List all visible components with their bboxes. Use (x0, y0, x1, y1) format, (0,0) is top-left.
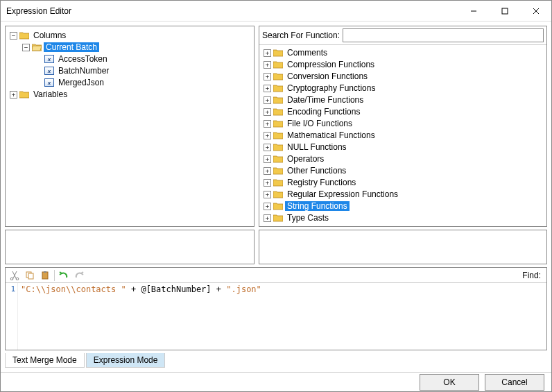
minimize-button[interactable] (458, 1, 489, 21)
expander[interactable]: − (10, 32, 17, 40)
tree-node[interactable]: xBatchNumber (7, 65, 252, 76)
variable-icon: x (44, 67, 54, 75)
tree-node[interactable]: + Variables (7, 89, 252, 100)
tree-node[interactable]: + NULL Functions (259, 142, 546, 153)
folder-icon (273, 84, 283, 92)
tree-node-label[interactable]: Conversion Functions (285, 71, 370, 81)
tree-node-label[interactable]: String Functions (285, 201, 350, 211)
tree-node[interactable]: + Conversion Functions (259, 71, 546, 82)
tree-node-label[interactable]: MergedJson (56, 78, 106, 87)
expander[interactable]: + (264, 214, 271, 222)
expander[interactable]: + (264, 155, 271, 163)
tree-node-label[interactable]: Regular Expression Functions (285, 189, 400, 199)
tree-node-label[interactable]: Operators (285, 154, 326, 164)
copy-button[interactable] (24, 269, 36, 282)
tree-node-label[interactable]: Variables (31, 90, 69, 99)
tree-node-label[interactable]: Type Casts (285, 213, 331, 223)
tree-node[interactable]: + Comments (259, 47, 546, 58)
expander[interactable]: + (264, 167, 271, 175)
folder-icon (273, 202, 283, 210)
folder-icon (273, 108, 283, 116)
folder-icon (273, 167, 283, 175)
expander[interactable]: + (264, 85, 271, 92)
tree-node[interactable]: + Regular Expression Functions (259, 189, 546, 200)
tree-node-label[interactable]: Other Functions (285, 166, 348, 176)
tree-node-label[interactable]: Encoding Functions (285, 107, 362, 117)
ok-button[interactable]: OK (420, 374, 479, 391)
tree-node[interactable]: + Operators (259, 153, 546, 164)
search-label: Search For Function: (262, 31, 340, 40)
folder-icon (273, 72, 283, 80)
line-gutter: 1 (6, 283, 18, 350)
cut-button[interactable] (8, 269, 21, 282)
cancel-button[interactable]: Cancel (485, 374, 544, 391)
tree-node-label[interactable]: Compression Functions (285, 60, 377, 69)
expander[interactable]: − (22, 44, 30, 51)
svg-rect-1 (502, 8, 508, 14)
expander[interactable]: + (264, 132, 271, 139)
undo-button[interactable] (58, 269, 70, 282)
expander[interactable]: + (264, 108, 271, 116)
tab-expression-mode[interactable]: Expression Mode (86, 353, 166, 368)
expander[interactable]: + (264, 179, 271, 187)
tree-node-label[interactable]: NULL Functions (285, 142, 349, 152)
tree-node-label[interactable]: Registry Functions (285, 178, 358, 187)
tree-node-label[interactable]: Cryptography Functions (285, 83, 377, 93)
tree-node[interactable]: + Other Functions (259, 165, 546, 176)
tree-node[interactable]: xAccessToken (7, 53, 252, 65)
expander[interactable]: + (264, 73, 271, 80)
tree-node-label[interactable]: Date/Time Functions (285, 95, 365, 105)
tree-node-label[interactable]: BatchNumber (56, 66, 111, 76)
tree-node[interactable]: + Type Casts (259, 212, 546, 223)
tree-node[interactable]: − Current Batch (7, 42, 252, 53)
expander[interactable]: + (264, 49, 271, 57)
tree-node-label[interactable]: Current Batch (44, 42, 99, 52)
folder-icon (19, 31, 29, 40)
tree-node[interactable]: + Encoding Functions (259, 106, 546, 117)
expander[interactable]: + (264, 120, 271, 128)
maximize-button[interactable] (489, 1, 520, 21)
tree-node[interactable]: + Cryptography Functions (259, 83, 546, 94)
paste-button[interactable] (39, 269, 51, 282)
tree-node[interactable]: + File I/O Functions (259, 118, 546, 129)
tree-node-label[interactable]: AccessToken (56, 54, 110, 64)
search-input[interactable] (343, 28, 544, 42)
window-title: Expression Editor (6, 6, 458, 16)
tree-node[interactable]: + Registry Functions (259, 177, 546, 188)
close-button[interactable] (520, 1, 551, 21)
tree-node[interactable]: xMergedJson (7, 77, 252, 88)
tab-text-merge-mode[interactable]: Text Merge Mode (5, 353, 85, 368)
expander[interactable]: + (264, 144, 271, 151)
expander[interactable]: + (264, 203, 271, 210)
folder-icon (273, 60, 283, 69)
folder-icon (273, 178, 283, 187)
folder-icon (273, 49, 283, 57)
svg-rect-7 (28, 273, 33, 279)
tree-node-label[interactable]: Mathematical Functions (285, 130, 377, 140)
tree-node[interactable]: + Compression Functions (259, 59, 546, 70)
tree-node[interactable]: − Columns (7, 30, 252, 41)
expander[interactable]: + (264, 191, 271, 198)
code-text[interactable]: "C:\\json\\contacts " + @[BatchNumber] +… (18, 283, 546, 350)
folder-icon (273, 155, 283, 163)
functions-panel: Search For Function: + Comments+ Compres… (259, 26, 547, 227)
mode-tabs: Text Merge Mode Expression Mode (5, 353, 547, 368)
tree-node[interactable]: + Date/Time Functions (259, 94, 546, 105)
expander[interactable]: + (264, 61, 271, 69)
tree-node[interactable]: + String Functions (259, 201, 546, 212)
search-row: Search For Function: (259, 26, 546, 45)
tree-node[interactable]: + Mathematical Functions (259, 130, 546, 141)
tree-node-label[interactable]: File I/O Functions (285, 119, 354, 128)
columns-tree-panel[interactable]: − Columns− Current BatchxAccessTokenxBat… (5, 26, 255, 227)
folder-icon (273, 96, 283, 104)
right-preview-panel (259, 230, 547, 264)
folder-icon (273, 119, 283, 128)
content-area: − Columns− Current BatchxAccessTokenxBat… (1, 22, 551, 372)
expander[interactable]: + (10, 91, 17, 99)
tree-node-label[interactable]: Comments (285, 48, 329, 58)
expander[interactable]: + (264, 96, 271, 104)
functions-tree[interactable]: + Comments+ Compression Functions+ Conve… (259, 45, 546, 226)
redo-button[interactable] (73, 269, 85, 282)
code-area[interactable]: 1 "C:\\json\\contacts " + @[BatchNumber]… (6, 283, 546, 350)
tree-node-label[interactable]: Columns (31, 31, 68, 40)
